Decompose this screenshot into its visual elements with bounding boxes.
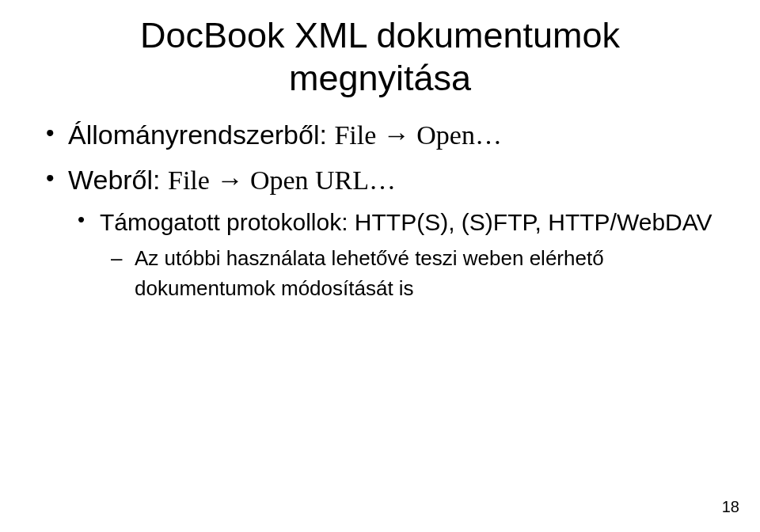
page-number: 18 — [722, 498, 739, 516]
bullet-list-level2: Támogatott protokollok: HTTP(S), (S)FTP,… — [68, 205, 722, 304]
list-item: Az utóbbi használata lehetővé teszi webe… — [100, 244, 722, 303]
slide-content: Állományrendszerből: File → Open… Webről… — [38, 116, 722, 303]
title-line-1: DocBook XML dokumentumok — [140, 15, 620, 55]
bullet-text-serif: File → Open… — [334, 120, 502, 150]
bullet-text: Támogatott protokollok: HTTP(S), (S)FTP,… — [100, 209, 712, 235]
slide-title: DocBook XML dokumentumok megnyitása — [38, 14, 722, 100]
title-line-2: megnyitása — [289, 58, 471, 98]
bullet-text: Az utóbbi használata lehetővé teszi webe… — [135, 246, 604, 300]
bullet-text-prefix: Webről: — [68, 165, 168, 195]
list-item: Webről: File → Open URL… Támogatott prot… — [38, 161, 722, 303]
list-item: Állományrendszerből: File → Open… — [38, 116, 722, 154]
bullet-list-level3: Az utóbbi használata lehetővé teszi webe… — [100, 244, 722, 303]
bullet-text-prefix: Állományrendszerből: — [68, 120, 334, 150]
list-item: Támogatott protokollok: HTTP(S), (S)FTP,… — [68, 205, 722, 304]
bullet-text-serif: File → Open URL… — [168, 165, 396, 195]
bullet-list-level1: Állományrendszerből: File → Open… Webről… — [38, 116, 722, 303]
